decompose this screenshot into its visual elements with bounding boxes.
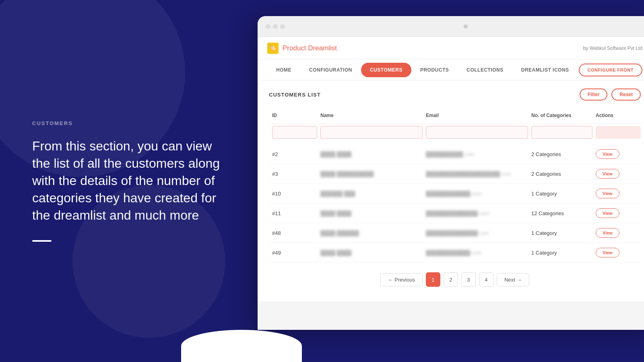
next-button[interactable]: Next → bbox=[497, 273, 529, 286]
cell-action-0: View bbox=[592, 149, 641, 159]
table-row: #48 ████ ██████ ██████████████.com 1 Cat… bbox=[269, 223, 641, 243]
app-bar-by: by Webkul Software Pvt Ltd bbox=[583, 45, 642, 51]
filter-name-input[interactable] bbox=[320, 126, 423, 139]
cell-action-3: View bbox=[592, 208, 641, 218]
view-btn-4[interactable]: View bbox=[596, 228, 619, 238]
customers-list-title: CUSTOMERS LIST bbox=[269, 92, 321, 98]
table-filter-row bbox=[269, 123, 641, 141]
view-btn-2[interactable]: View bbox=[596, 189, 619, 198]
cell-cat-2: 1 Category bbox=[528, 191, 592, 197]
reset-button[interactable]: Reset bbox=[611, 88, 641, 101]
filter-button[interactable]: Filter bbox=[580, 88, 607, 101]
cell-name-0: ████ ████ bbox=[317, 151, 423, 157]
cell-action-4: View bbox=[592, 228, 641, 238]
left-divider bbox=[32, 240, 52, 242]
customers-table: ID Name Email No. of Categories Actions … bbox=[269, 108, 641, 263]
view-btn-5[interactable]: View bbox=[596, 248, 619, 257]
cell-name-3: ████ ████ bbox=[317, 210, 423, 216]
cell-email-2: ████████████.com bbox=[423, 191, 528, 197]
section-label: CUSTOMERS bbox=[32, 120, 225, 126]
cell-id-0: #2 bbox=[269, 151, 317, 157]
view-btn-1[interactable]: View bbox=[596, 169, 619, 179]
configure-front-button[interactable]: CONFIGURE FRONT bbox=[579, 64, 642, 76]
col-categories: No. of Categories bbox=[528, 111, 592, 120]
nav-item-customers[interactable]: CUSTOMERS bbox=[361, 63, 411, 77]
browser-chrome bbox=[258, 16, 644, 37]
cell-cat-1: 2 Categories bbox=[528, 171, 592, 177]
cell-action-2: View bbox=[592, 189, 641, 198]
cell-email-1: ████████████████████.com bbox=[423, 171, 528, 177]
filter-email-input[interactable] bbox=[426, 126, 528, 139]
nav-item-products[interactable]: PRODUCTS bbox=[411, 60, 458, 80]
nav-item-dreamlist-icons[interactable]: DREAMLIST ICONS bbox=[512, 60, 578, 80]
cell-email-4: ██████████████.com bbox=[423, 230, 528, 236]
table-row: #2 ████ ████ ██████████.com 2 Categories… bbox=[269, 144, 641, 164]
cell-name-1: ████ ██████████ bbox=[317, 171, 423, 177]
customers-panel: CUSTOMERS LIST Filter Reset ID Name Emai… bbox=[258, 80, 644, 301]
col-id: ID bbox=[269, 111, 317, 120]
left-panel: CUSTOMERS From this section, you can vie… bbox=[32, 0, 225, 362]
table-header-row: ID Name Email No. of Categories Actions bbox=[269, 108, 641, 123]
nav-item-collections[interactable]: COLLECTIONS bbox=[458, 60, 512, 80]
col-email: Email bbox=[423, 111, 528, 120]
pagination: ← Previous 1 2 3 4 Next → bbox=[269, 263, 641, 293]
col-name: Name bbox=[317, 111, 423, 120]
page-1-button[interactable]: 1 bbox=[426, 272, 440, 287]
bottom-curve bbox=[181, 330, 302, 362]
cell-name-2: ██████ ███ bbox=[317, 191, 423, 197]
app-title: Product Dreamlist bbox=[283, 44, 337, 52]
cell-cat-5: 1 Category bbox=[528, 250, 592, 256]
table-row: #11 ████ ████ ██████████████.com 12 Cate… bbox=[269, 204, 641, 223]
page-3-button[interactable]: 3 bbox=[461, 272, 476, 287]
page-2-button[interactable]: 2 bbox=[444, 272, 458, 287]
prev-button[interactable]: ← Previous bbox=[380, 273, 423, 286]
cell-email-3: ██████████████.com bbox=[423, 210, 528, 216]
cell-name-4: ████ ██████ bbox=[317, 230, 423, 236]
cell-name-5: ████ ████ bbox=[317, 250, 423, 256]
cell-email-0: ██████████.com bbox=[423, 151, 528, 157]
browser-dot-1 bbox=[266, 24, 270, 29]
nav-item-configuration[interactable]: CONFIGURATION bbox=[300, 60, 361, 80]
app-bar: 🏷️ Product Dreamlist by Webkul Software … bbox=[258, 37, 644, 60]
filter-categories-input[interactable] bbox=[531, 126, 592, 139]
browser-indicator bbox=[464, 25, 468, 29]
view-btn-3[interactable]: View bbox=[596, 208, 619, 218]
app-icon: 🏷️ bbox=[267, 43, 279, 54]
app-title-colored: Dreamlist bbox=[308, 44, 337, 52]
cell-id-4: #48 bbox=[269, 230, 317, 236]
cell-id-5: #49 bbox=[269, 250, 317, 256]
cell-id-2: #10 bbox=[269, 191, 317, 197]
table-row: #3 ████ ██████████ ████████████████████.… bbox=[269, 164, 641, 184]
section-description: From this section, you can view the list… bbox=[32, 138, 225, 224]
cell-id-3: #11 bbox=[269, 210, 317, 216]
customers-panel-header: CUSTOMERS LIST Filter Reset bbox=[269, 88, 641, 101]
cell-action-1: View bbox=[592, 169, 641, 179]
nav-item-home[interactable]: HOME bbox=[267, 60, 300, 80]
table-row: #10 ██████ ███ ████████████.com 1 Catego… bbox=[269, 184, 641, 204]
table-row: #49 ████ ████ ████████████.com 1 Categor… bbox=[269, 243, 641, 263]
app-bar-left: 🏷️ Product Dreamlist bbox=[267, 43, 337, 54]
browser-dot-3 bbox=[280, 24, 285, 29]
browser-dot-2 bbox=[273, 24, 278, 29]
app-icon-emoji: 🏷️ bbox=[269, 44, 277, 52]
cell-email-5: ████████████.com bbox=[423, 250, 528, 256]
cell-cat-4: 1 Category bbox=[528, 230, 592, 236]
cell-cat-3: 12 Categories bbox=[528, 210, 592, 216]
cell-cat-0: 2 Categories bbox=[528, 151, 592, 157]
cell-action-5: View bbox=[592, 248, 641, 257]
page-4-button[interactable]: 4 bbox=[479, 272, 493, 287]
nav-bar: HOME CONFIGURATION CUSTOMERS PRODUCTS CO… bbox=[258, 60, 644, 80]
view-btn-0[interactable]: View bbox=[596, 149, 619, 159]
filter-id-input[interactable] bbox=[272, 126, 317, 139]
app-title-plain: Product bbox=[283, 44, 308, 52]
filter-actions-placeholder bbox=[596, 126, 641, 139]
col-actions: Actions bbox=[592, 111, 641, 120]
cell-id-1: #3 bbox=[269, 171, 317, 177]
browser-window: 🏷️ Product Dreamlist by Webkul Software … bbox=[258, 16, 644, 330]
filter-btn-group: Filter Reset bbox=[580, 88, 641, 101]
